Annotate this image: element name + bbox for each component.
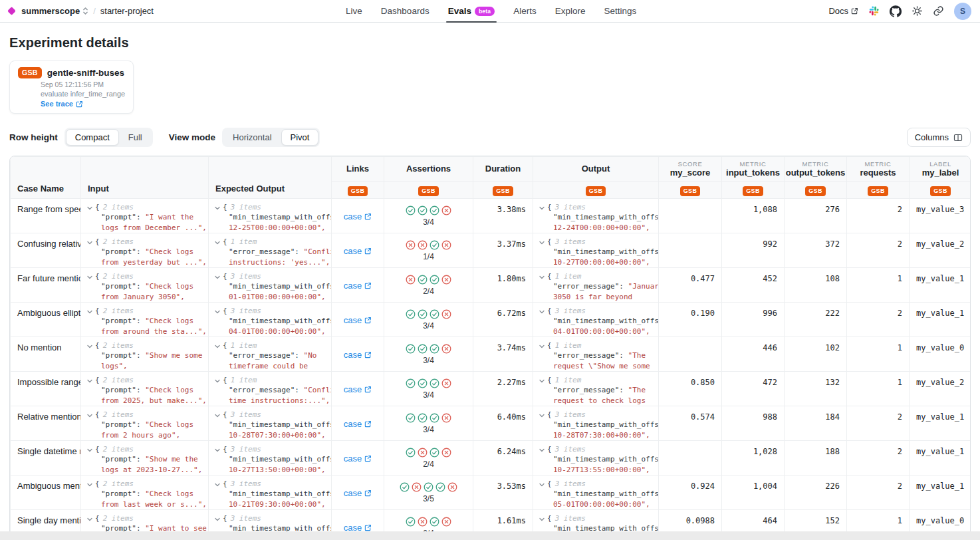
external-link-icon: [364, 524, 372, 531]
chevron-down-icon[interactable]: [214, 343, 221, 350]
tab-dashboards[interactable]: Dashboards: [381, 0, 429, 23]
json-line: "min_timestamp_with_offset": [533, 420, 658, 430]
avatar[interactable]: S: [954, 3, 971, 20]
output-json-cell: {3 items"min_timestamp_with_offset"05-01…: [533, 475, 659, 510]
links-cell: case: [332, 406, 384, 441]
case-name-cell: Range from speech: [11, 199, 81, 233]
duration-cell: 3.74ms: [473, 337, 533, 372]
row-height-option-full[interactable]: Full: [119, 129, 152, 146]
org-switcher[interactable]: summerscope: [21, 6, 88, 16]
label-cell: my_value_0: [910, 337, 971, 372]
chevron-down-icon[interactable]: [86, 205, 93, 211]
chevron-down-icon[interactable]: [214, 378, 221, 384]
case-link[interactable]: case: [344, 211, 372, 221]
slack-icon[interactable]: [868, 5, 880, 17]
json-line: "min_timestamp_with_offset": [533, 454, 658, 465]
output-json-cell: {1 item"error_message": "January3050 is …: [533, 268, 659, 303]
chevron-down-icon[interactable]: [214, 447, 221, 454]
chevron-down-icon[interactable]: [539, 239, 545, 246]
assertion-pass-icon: [418, 344, 428, 354]
json-item-count: 3 items: [231, 514, 261, 523]
row-height-option-compact[interactable]: Compact: [66, 129, 119, 146]
chevron-down-icon[interactable]: [539, 516, 545, 523]
case-link[interactable]: case: [344, 488, 372, 498]
case-link[interactable]: case: [344, 281, 372, 291]
case-link[interactable]: case: [344, 246, 372, 256]
col-header-input_tokens: METRICinput_tokens: [722, 157, 785, 182]
case-link[interactable]: case: [344, 384, 372, 394]
chevron-down-icon[interactable]: [86, 239, 93, 246]
case-link[interactable]: case: [344, 454, 372, 464]
chevron-down-icon[interactable]: [539, 205, 545, 211]
json-brace: {: [547, 410, 552, 420]
json-item-count: 3 items: [555, 410, 586, 420]
chevron-down-icon[interactable]: [539, 309, 545, 315]
tab-evals[interactable]: Evalsbeta: [448, 0, 495, 23]
case-link[interactable]: case: [344, 419, 372, 429]
duration-cell: 6.24ms: [473, 441, 533, 475]
json-line: from 2025, but make...",: [81, 396, 208, 406]
chevron-down-icon[interactable]: [86, 447, 93, 454]
tab-live[interactable]: Live: [346, 0, 362, 23]
chevron-down-icon[interactable]: [86, 481, 93, 488]
chevron-down-icon[interactable]: [214, 481, 221, 488]
chevron-down-icon[interactable]: [214, 516, 221, 523]
chevron-down-icon[interactable]: [539, 343, 545, 350]
tab-settings[interactable]: Settings: [604, 0, 637, 23]
case-link[interactable]: case: [344, 315, 372, 325]
chevron-down-icon[interactable]: [86, 274, 93, 281]
output-tokens-cell: 226: [785, 475, 847, 510]
output-tokens-cell: 184: [785, 406, 847, 441]
label-cell: my_value_2: [910, 372, 971, 406]
github-icon[interactable]: [890, 5, 902, 17]
assertion-pass-icon: [400, 482, 410, 492]
theme-icon[interactable]: [912, 5, 923, 17]
json-line: "min_timestamp_with_offset": [533, 212, 658, 223]
tab-alerts[interactable]: Alerts: [513, 0, 537, 23]
chevron-down-icon[interactable]: [86, 412, 93, 419]
label-cell: my_value_1: [910, 406, 971, 441]
chevron-down-icon[interactable]: [214, 274, 221, 281]
json-brace: {: [547, 479, 552, 489]
chevron-down-icon[interactable]: [86, 378, 93, 384]
assertion-pass-icon: [406, 448, 416, 458]
chevron-down-icon[interactable]: [539, 274, 545, 281]
assertion-ratio: 2/4: [384, 460, 473, 469]
json-item-count: 2 items: [103, 514, 134, 523]
chevron-down-icon[interactable]: [86, 309, 93, 315]
chevron-down-icon[interactable]: [86, 516, 93, 523]
case-link-label: case: [344, 246, 362, 256]
json-line: "error_message": "Conflicting: [209, 247, 331, 257]
chevron-down-icon[interactable]: [539, 378, 545, 384]
docs-link[interactable]: Docs: [828, 6, 858, 16]
breadcrumb-separator: /: [93, 6, 96, 16]
view-mode-option-pivot[interactable]: Pivot: [281, 129, 319, 146]
chevron-down-icon[interactable]: [214, 309, 221, 315]
columns-button[interactable]: Columns: [907, 128, 971, 147]
tab-explore[interactable]: Explore: [555, 0, 586, 23]
chevron-down-icon[interactable]: [214, 239, 221, 246]
view-mode-option-horizontal[interactable]: Horizontal: [223, 129, 281, 146]
chevron-down-icon[interactable]: [539, 481, 545, 488]
case-link-label: case: [344, 384, 362, 394]
duration-cell: 3.53ms: [473, 475, 533, 510]
see-trace-link[interactable]: See trace: [41, 100, 125, 108]
case-link[interactable]: case: [344, 350, 372, 360]
chevron-down-icon[interactable]: [539, 447, 545, 454]
assertion-pass-icon: [429, 413, 439, 423]
json-brace: {: [223, 479, 227, 489]
share-icon[interactable]: [933, 5, 944, 17]
json-brace: {: [223, 203, 227, 212]
breadcrumb-project[interactable]: starter-project: [100, 6, 154, 16]
chevron-down-icon[interactable]: [214, 205, 221, 211]
chevron-down-icon[interactable]: [539, 412, 545, 419]
json-item-count: 2 items: [103, 203, 134, 212]
col-header-case: Case Name: [11, 157, 81, 199]
chevron-down-icon[interactable]: [86, 343, 93, 350]
json-line: "min_timestamp_with_offset": [209, 489, 331, 499]
chevron-down-icon[interactable]: [214, 412, 221, 419]
json-item-count: 2 items: [103, 307, 134, 316]
assertion-pass-icon: [429, 448, 439, 458]
col-header-output_tokens: METRICoutput_tokens: [785, 157, 847, 182]
json-item-count: 3 items: [555, 445, 586, 454]
